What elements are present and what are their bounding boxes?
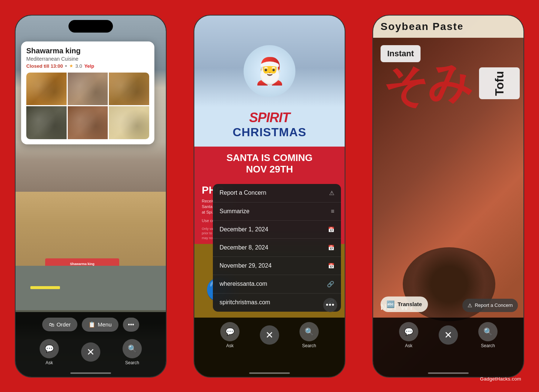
instant-badge: Instant [381,45,421,62]
soybean-text: Soybean Past [381,21,458,33]
order-button[interactable]: 🛍 Order [42,318,77,331]
search-nav-item-1[interactable]: 🔍 Search [123,339,142,365]
close-icon-3: ✕ [439,325,458,345]
road [16,266,166,310]
search-icon-1: 🔍 [123,339,142,358]
ask-nav-item-1[interactable]: 💬 Ask [40,339,59,365]
santa-illustration: 🎅 [240,34,299,108]
cuisine-type: Mediterranean Cuisine [26,56,149,62]
order-icon: 🛍 [49,321,54,328]
report-concern-label: Report a Concern [220,190,266,196]
phone-3: Soybean Past e みそ Instant Tofu NET WT 🔤 [372,15,524,378]
close-nav-item-3[interactable]: ✕ [439,325,458,345]
more-options-button[interactable]: ••• [323,298,337,312]
closed-status: Closed till 13:00 [26,63,63,69]
ask-nav-item-2[interactable]: 💬 Ask [220,322,240,348]
where-santa-label: whereissanta.com [220,281,267,287]
bottom-bar-3: 💬 Ask ✕ 🔍 Search [373,318,523,377]
dropdown-where-santa[interactable]: whereissanta.com 🔗 [213,275,341,294]
food-image-5 [68,106,108,139]
home-indicator-1 [70,372,111,374]
soybean-text-cont: e [458,21,463,32]
menu-button[interactable]: 📋 Menu [82,318,118,332]
date-2-label: December 8, 2024 [220,244,268,251]
more-button[interactable]: ••• [123,318,140,332]
yelp-label: Yelp [84,63,94,69]
dynamic-island [68,20,113,33]
ask-icon-2: 💬 [220,322,240,341]
translate-label: Translate [398,301,422,307]
bottom-bar-2: 💬 Ask ✕ 🔍 Search [194,318,345,377]
star-icon: ★ [69,63,73,68]
instant-text: Instant [387,49,414,58]
home-indicator-3 [428,372,469,374]
report-concern-icon: ⚠ [329,190,334,197]
search-label-3: Search [481,343,495,348]
spirit-christmas-label: spiritchristmas.com [220,299,270,306]
dropdown-date-3[interactable]: November 29, 2024 📅 [213,257,341,275]
close-nav-item-1[interactable]: ✕ [81,342,100,362]
date-3-icon: 📅 [328,263,334,269]
action-buttons: 🛍 Order 📋 Menu ••• [42,318,140,332]
food-image-1 [26,73,67,105]
summarize-label: Summarize [220,208,250,215]
dropdown-summarize[interactable]: Summarize ≡ [213,202,341,221]
search-nav-item-3[interactable]: 🔍 Search [478,322,498,348]
food-image-3 [109,73,149,105]
phone3-background: Soybean Past e みそ Instant Tofu NET WT 🔤 [373,16,523,377]
date-1-icon: 📅 [328,227,334,232]
search-label-1: Search [125,360,139,365]
search-icon-2: 🔍 [299,322,319,341]
where-santa-icon: 🔗 [327,281,334,288]
close-nav-item-2[interactable]: ✕ [260,325,279,345]
ask-nav-item-3[interactable]: 💬 Ask [399,322,418,348]
translate-button[interactable]: 🔤 Translate [381,296,428,312]
close-icon-1: ✕ [81,342,100,362]
dropdown-report-concern[interactable]: Report a Concern ⚠ [213,184,341,202]
report-icon-3: ⚠ [468,302,472,308]
status-row: Closed till 13:00 • ★ 3.0 Yelp [26,63,149,69]
santa-icon: 🎅 [244,45,295,97]
dropdown-menu: Report a Concern ⚠ Summarize ≡ December … [213,184,341,312]
ask-icon-1: 💬 [40,339,59,358]
tofu-text: Tofu [493,71,506,96]
bottom-bar-1: 🛍 Order 📋 Menu ••• 💬 Ask ✕ [16,312,166,377]
bottom-nav-3: 💬 Ask ✕ 🔍 Search [399,322,498,348]
home-indicator-2 [249,372,290,374]
search-label-2: Search [302,343,316,348]
report-label-3: Report a Concern [475,302,513,308]
ask-label-3: Ask [405,343,412,348]
christmas-text: CHRISTMAS [232,125,306,139]
bottom-nav-1: 💬 Ask ✕ 🔍 Search [40,339,142,365]
santa-coming-title: SANTA IS COMING [198,152,341,164]
more-dots-icon: ••• [326,301,335,309]
restaurant-name: Shawarma king [26,47,149,55]
food-image-2 [68,73,108,105]
dropdown-date-1[interactable]: December 1, 2024 📅 [213,221,341,239]
close-icon-2: ✕ [260,325,279,345]
restaurant-info-card: Shawarma king Mediterranean Cuisine Clos… [21,41,154,144]
order-label: Order [57,321,71,328]
rating: 3.0 [76,63,82,69]
food-image-4 [26,106,67,139]
date-3-label: November 29, 2024 [220,262,272,269]
tofu-badge: Tofu [479,67,520,100]
ask-icon-3: 💬 [399,322,418,341]
date-1-label: December 1, 2024 [220,226,268,233]
watermark: GadgetHacks.com [480,376,521,382]
santa-date: NOV 29TH [198,164,341,175]
phone-2: 🎅 SPIRIT CHRISTMAS SANTA IS COMING NOV 2… [194,15,345,378]
dropdown-date-2[interactable]: December 8, 2024 📅 [213,239,341,257]
food-image-6 [109,106,149,139]
report-concern-button-3[interactable]: ⚠ Report a Concern [462,299,518,312]
dropdown-spirit-christmas[interactable]: spiritchristmas.com 🔗 [213,294,341,312]
bottom-nav-2: 💬 Ask ✕ 🔍 Search [220,322,319,348]
ask-label-2: Ask [226,343,234,348]
spirit-text: SPIRIT [249,110,290,125]
phone2-background: 🎅 SPIRIT CHRISTMAS SANTA IS COMING NOV 2… [194,16,345,377]
search-nav-item-2[interactable]: 🔍 Search [299,322,319,348]
outer-frame: Shawarma king Shawarma king Mediterranea… [7,7,532,385]
menu-icon: 📋 [88,321,96,328]
search-icon-3: 🔍 [478,322,498,341]
phone-1: Shawarma king Shawarma king Mediterranea… [15,15,167,378]
